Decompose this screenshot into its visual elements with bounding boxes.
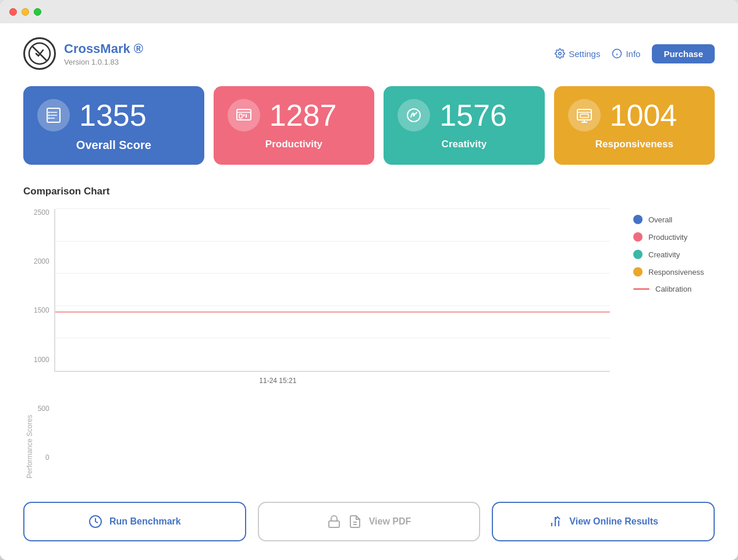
svg-rect-15 [239, 114, 242, 118]
creativity-icon [405, 107, 423, 124]
y-tick-500: 500 [34, 405, 49, 412]
calibration-line [55, 311, 610, 313]
chart-title: Comparison Chart [23, 186, 715, 197]
creativity-legend-label: Creativity [648, 250, 680, 259]
brand-text: CrossMark ® Version 1.0.1.83 [64, 41, 143, 66]
legend-overall: Overall [633, 215, 715, 224]
brand-version: Version 1.0.1.83 [64, 58, 143, 66]
grid-line [55, 241, 610, 242]
title-bar [0, 0, 738, 23]
calibration-legend-line [633, 288, 650, 290]
maximize-button[interactable] [34, 8, 41, 16]
view-online-label: View Online Results [569, 516, 658, 527]
app-header: CrossMark ® Version 1.0.1.83 Settings [23, 37, 715, 70]
info-label: Info [626, 49, 640, 59]
legend-responsiveness: Responsiveness [633, 267, 715, 277]
footer-buttons: Run Benchmark View PDF [23, 497, 715, 541]
svg-rect-20 [577, 109, 591, 120]
run-benchmark-icon [88, 515, 102, 529]
view-pdf-button[interactable]: View PDF [258, 502, 481, 541]
run-benchmark-label: Run Benchmark [109, 516, 181, 527]
info-button[interactable]: Info [612, 48, 640, 59]
score-cards: 1355 Overall Score [23, 86, 715, 165]
view-online-button[interactable]: View Online Results [492, 502, 715, 541]
app-window: CrossMark ® Version 1.0.1.83 Settings [0, 0, 738, 560]
settings-button[interactable]: Settings [555, 48, 600, 59]
svg-rect-26 [329, 521, 339, 527]
overall-score-card: 1355 Overall Score [23, 86, 204, 165]
y-tick-2000: 2000 [34, 258, 49, 265]
svg-point-2 [559, 52, 562, 55]
legend-productivity: Productivity [633, 232, 715, 242]
productivity-score-value: 1287 [269, 100, 337, 130]
overall-legend-label: Overall [648, 215, 672, 224]
creativity-icon-circle [398, 99, 430, 132]
responsiveness-legend-label: Responsiveness [648, 268, 704, 277]
productivity-score-label: Productivity [265, 139, 322, 150]
view-online-icon [548, 515, 562, 529]
lock-icon [327, 515, 341, 529]
creativity-card-top: 1576 [398, 99, 530, 132]
chart-plot: 11-24 15:21 [54, 209, 610, 372]
brand-name: CrossMark ® [64, 41, 143, 56]
view-pdf-label: View PDF [369, 516, 411, 527]
minimize-button[interactable] [22, 8, 29, 16]
overall-score-label: Overall Score [76, 139, 151, 152]
responsiveness-score-label: Responsiveness [595, 139, 673, 150]
productivity-icon [235, 107, 253, 124]
grid-line [55, 338, 610, 338]
purchase-button[interactable]: Purchase [652, 44, 715, 63]
responsiveness-score-card: 1004 Responsiveness [554, 86, 715, 165]
overall-card-top: 1355 [37, 99, 190, 132]
header-actions: Settings Info Purchase [555, 44, 715, 63]
creativity-score-card: 1576 Creativity [384, 86, 544, 165]
productivity-legend-dot [633, 232, 643, 242]
run-benchmark-button[interactable]: Run Benchmark [23, 502, 246, 541]
main-content: CrossMark ® Version 1.0.1.83 Settings [0, 23, 738, 560]
svg-point-19 [413, 114, 415, 116]
overall-score-value: 1355 [79, 100, 147, 130]
productivity-legend-label: Productivity [648, 233, 687, 242]
grid-line [55, 306, 610, 306]
creativity-legend-dot [633, 250, 643, 259]
productivity-score-card: 1287 Productivity [214, 86, 374, 165]
chart-section: Comparison Chart Performance Scores 0 50… [23, 186, 715, 479]
overall-icon-circle [37, 99, 70, 132]
chart-inner: 0 500 1000 1500 2000 2500 11-24 15:21 [34, 209, 610, 479]
responsiveness-icon-circle [568, 99, 601, 132]
svg-point-12 [48, 118, 50, 119]
info-icon [612, 48, 622, 59]
productivity-card-top: 1287 [228, 99, 360, 132]
brand-section: CrossMark ® Version 1.0.1.83 [23, 37, 143, 70]
y-axis-label: Performance Scores [23, 209, 34, 479]
legend-creativity: Creativity [633, 250, 715, 259]
svg-point-10 [48, 112, 50, 114]
responsiveness-card-top: 1004 [568, 99, 701, 132]
legend-calibration: Calibration [633, 285, 715, 293]
pdf-icon [348, 515, 362, 529]
svg-point-11 [48, 115, 50, 116]
overall-legend-dot [633, 215, 643, 224]
chart-container: Performance Scores 0 500 1000 1500 2000 … [23, 209, 715, 479]
y-axis-ticks: 0 500 1000 1500 2000 2500 [34, 209, 54, 479]
app-logo [23, 37, 56, 70]
x-axis-label: 11-24 15:21 [259, 377, 296, 385]
y-tick-1000: 1000 [34, 356, 49, 363]
y-tick-0: 0 [34, 454, 49, 461]
grid-line [55, 208, 610, 209]
calibration-legend-label: Calibration [655, 285, 691, 293]
svg-rect-16 [243, 114, 244, 116]
responsiveness-legend-dot [633, 267, 643, 277]
y-tick-1500: 1500 [34, 307, 49, 314]
y-tick-2500: 2500 [34, 209, 49, 216]
chart-area: 0 500 1000 1500 2000 2500 11-24 15:21 [34, 209, 610, 479]
settings-label: Settings [569, 49, 600, 59]
close-button[interactable] [9, 8, 17, 16]
creativity-score-label: Creativity [442, 139, 487, 150]
gear-icon [555, 48, 565, 59]
svg-rect-24 [580, 114, 588, 118]
productivity-icon-circle [228, 99, 260, 132]
creativity-score-value: 1576 [439, 100, 507, 130]
grid-line [55, 273, 610, 274]
responsiveness-score-value: 1004 [610, 100, 677, 130]
